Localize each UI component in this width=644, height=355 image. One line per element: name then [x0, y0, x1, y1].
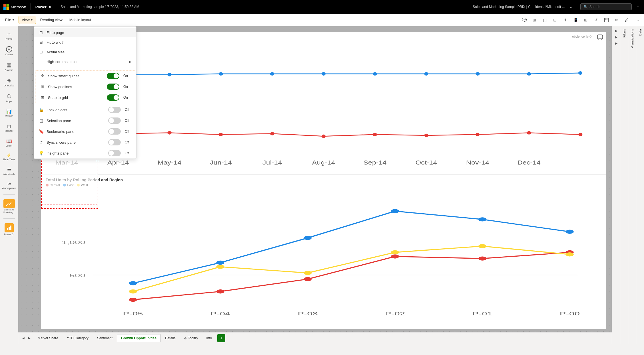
sync-slicers-row[interactable]: ↺ Sync slicers pane Off: [34, 137, 136, 148]
mobile-layout-label: Mobile layout: [69, 18, 91, 22]
sidebar-item-onelake[interactable]: ◈ OneLake: [1, 75, 17, 90]
tab-growth-opportunities[interactable]: Growth Opportunities: [117, 334, 161, 342]
sidebar-item-workloads[interactable]: ☰ Workloads: [1, 165, 17, 178]
tab-details[interactable]: Details: [161, 334, 180, 342]
sidebar-item-metrics[interactable]: 📊 Metrics: [1, 106, 17, 120]
sidebar-label-onelake: OneLake: [4, 84, 14, 87]
selection-pane-row[interactable]: ◫ Selection pane Off: [34, 115, 136, 126]
gridlines-toggle[interactable]: [107, 84, 119, 90]
view-menu-button[interactable]: View ▼: [19, 16, 36, 24]
fit-width-label: Fit to width: [47, 40, 132, 44]
sidebar-label-metrics: Metrics: [5, 115, 13, 118]
sidebar-label-learn: Learn: [6, 144, 12, 147]
collapse-right2-btn[interactable]: ▶: [614, 34, 618, 40]
tab-info[interactable]: Info: [202, 334, 216, 342]
insights-row[interactable]: 💡 Insights pane Off: [34, 148, 136, 159]
sidebar-item-workspaces[interactable]: 🗂 Workspaces: [1, 179, 17, 192]
sidebar-item-sales[interactable]: Sales and Marketing...: [1, 197, 17, 216]
svg-text:Dec-14: Dec-14: [518, 159, 541, 166]
sync-slicers-toggle[interactable]: [108, 139, 121, 145]
fit-to-width-item[interactable]: ⊟ Fit to width: [34, 37, 136, 47]
app-logo: Microsoft: [3, 4, 26, 10]
fit-to-page-item[interactable]: ⊡ Fit to page: [34, 28, 136, 37]
tooltip-tab-icon: ⊙: [184, 336, 187, 340]
canvas-selection-area[interactable]: [42, 152, 97, 204]
browse-icon: ▦: [7, 62, 11, 68]
phone-icon-btn[interactable]: 📱: [571, 15, 580, 25]
sidebar-item-home[interactable]: ⌂ Home: [1, 29, 17, 43]
doc-chevron-icon[interactable]: ⌄: [569, 5, 572, 9]
svg-point-15: [424, 72, 428, 76]
sidebar-item-learn[interactable]: 📖 Learn: [1, 136, 17, 150]
tab-add-button[interactable]: +: [217, 334, 225, 342]
bookmarks-toggle[interactable]: [108, 128, 121, 135]
search-input[interactable]: [589, 5, 618, 9]
selection-pane-toggle[interactable]: [108, 117, 121, 124]
selection-pane-label: Selection pane: [47, 119, 105, 123]
smart-guides-row[interactable]: ✣ Show smart guides On: [35, 70, 135, 81]
tab-tooltip[interactable]: ⊙ Tooltip: [180, 334, 202, 342]
refresh-icon-btn[interactable]: ↺: [591, 15, 601, 25]
comment-icon-btn[interactable]: 💬: [520, 15, 529, 25]
search-box[interactable]: 🔍: [580, 3, 632, 10]
onelake-icon: ◈: [7, 77, 11, 84]
right-panel-collapse: ▶ ▶ ▶: [612, 26, 620, 344]
actual-size-item[interactable]: ⊡ Actual size: [34, 47, 136, 57]
pencil-icon-btn[interactable]: ✏: [612, 15, 621, 25]
collapse-right3-btn[interactable]: ▶: [614, 40, 618, 46]
snap-grid-toggle[interactable]: [107, 94, 119, 101]
sidebar-item-browse[interactable]: ▦ Browse: [1, 60, 17, 74]
svg-text:Sep-14: Sep-14: [363, 159, 387, 166]
svg-point-47: [216, 260, 224, 264]
bookmarks-pane-row[interactable]: 🔖 Bookmarks pane Off: [34, 126, 136, 137]
save-icon-btn[interactable]: 💾: [602, 15, 611, 25]
collapse-right-btn[interactable]: ▶: [614, 28, 618, 34]
svg-point-61: [391, 250, 399, 254]
mobile-layout-button[interactable]: Mobile layout: [67, 16, 94, 24]
pen-icon-btn[interactable]: 🖊: [622, 15, 631, 25]
sidebar-item-monitor[interactable]: ◻ Monitor: [1, 121, 17, 135]
smart-guides-toggle[interactable]: [107, 73, 119, 79]
snap-grid-row[interactable]: ⊞ Snap to grid On: [35, 92, 135, 103]
tab-sentiment[interactable]: Sentiment: [93, 334, 117, 342]
tab-nav-arrows: ◀ ▶: [19, 335, 33, 341]
share-icon-btn[interactable]: ⊞: [581, 15, 590, 25]
more-icon[interactable]: ···: [637, 4, 641, 9]
tab-market-share[interactable]: Market Share: [33, 334, 63, 342]
gridlines-row[interactable]: ⊞ Show gridlines On: [35, 81, 135, 92]
tab-prev-arrow[interactable]: ◀: [21, 335, 26, 341]
layout-icon-btn[interactable]: ⊞: [530, 15, 539, 25]
filters-panel-tab[interactable]: Filters: [620, 26, 628, 344]
svg-point-16: [476, 72, 480, 76]
svg-point-28: [527, 131, 531, 135]
data-panel-tab[interactable]: Data: [636, 26, 644, 344]
capture-icon-btn[interactable]: ⊟: [550, 15, 560, 25]
logo-divider: [31, 3, 31, 10]
visualizations-panel-tab[interactable]: Visualizations: [628, 26, 636, 344]
gridlines-label: Show gridlines: [48, 85, 104, 89]
tab-ytd-category[interactable]: YTD Category: [63, 334, 93, 342]
sidebar-item-apps[interactable]: ⬡ Apps: [1, 91, 17, 105]
export-icon-btn[interactable]: ⬆: [561, 15, 570, 25]
file-menu-button[interactable]: File ▼: [2, 16, 17, 24]
lock-objects-row[interactable]: 🔒 Lock objects Off: [34, 104, 136, 115]
svg-point-18: [578, 71, 582, 75]
layout2-icon-btn[interactable]: ◫: [540, 15, 549, 25]
tab-next-arrow[interactable]: ▶: [27, 335, 32, 341]
sidebar-item-create[interactable]: + Create: [1, 44, 17, 58]
sidebar-item-powerbi[interactable]: Power BI: [1, 221, 17, 238]
lock-objects-toggle[interactable]: [108, 107, 121, 113]
comment-bubble-icon[interactable]: [597, 34, 603, 41]
svg-text:Aug-14: Aug-14: [312, 159, 335, 166]
insights-toggle[interactable]: [108, 150, 121, 156]
svg-text:Nov-14: Nov-14: [466, 159, 489, 166]
high-contrast-item[interactable]: High-contrast colors ▶: [34, 57, 136, 66]
realtime-icon: ⚡: [7, 153, 11, 157]
smart-guides-icon: ✣: [40, 73, 45, 78]
view-chevron-icon: ▼: [31, 19, 33, 21]
svg-point-29: [578, 133, 582, 136]
reading-view-button[interactable]: Reading view: [37, 16, 65, 24]
svg-point-59: [216, 265, 224, 269]
more2-icon-btn[interactable]: ···: [633, 15, 642, 25]
sidebar-item-realtime[interactable]: ⚡ Real-Time: [1, 151, 17, 163]
